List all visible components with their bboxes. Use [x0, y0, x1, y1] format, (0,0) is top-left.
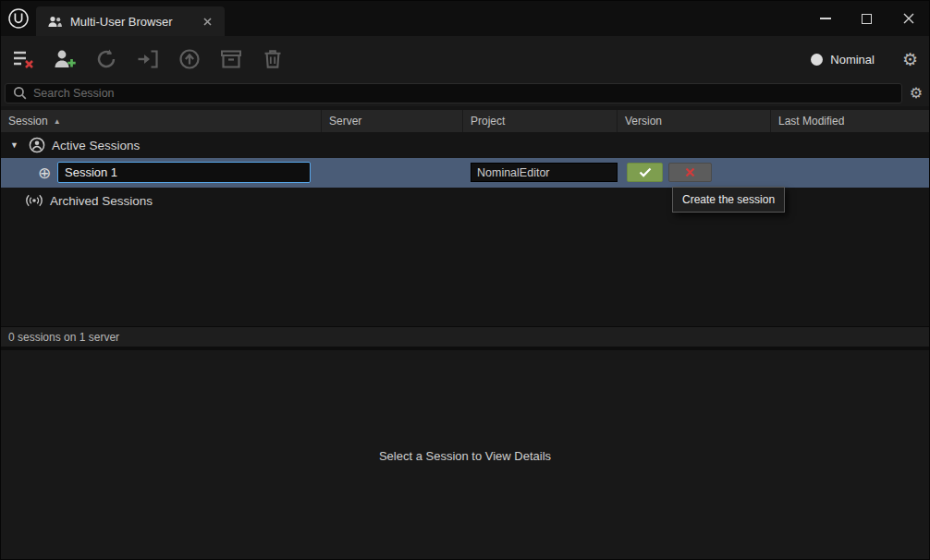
new-session-row[interactable]: ⊕ — [1, 158, 929, 188]
column-label: Project — [471, 115, 505, 128]
column-label: Session — [8, 115, 48, 128]
status-label: Nominal — [830, 53, 875, 67]
archived-sessions-icon — [26, 192, 43, 209]
cancel-create-session-button[interactable] — [668, 163, 712, 182]
column-header-version[interactable]: Version — [618, 110, 771, 132]
search-row: ⚙ — [1, 82, 929, 106]
confirm-create-session-button[interactable] — [627, 163, 663, 182]
title-bar: Multi-User Browser — [1, 1, 929, 36]
session-table-header: Session ▲ Server Project Version Last Mo… — [1, 110, 929, 132]
settings-gear-icon[interactable]: ⚙ — [902, 51, 918, 68]
add-user-button[interactable] — [52, 46, 78, 72]
archive-session-icon — [219, 47, 243, 71]
column-label: Last Modified — [778, 115, 844, 128]
sort-ascending-icon: ▲ — [54, 117, 61, 126]
upload-session-icon — [177, 47, 202, 71]
status-bar: 0 sessions on 1 server — [1, 326, 929, 347]
add-user-icon — [53, 47, 77, 71]
x-icon — [685, 167, 695, 177]
toolbar: Nominal ⚙ — [1, 36, 929, 82]
check-icon — [639, 167, 652, 177]
archive-session-button[interactable] — [218, 46, 244, 72]
tab-title: Multi-User Browser — [70, 15, 173, 29]
details-panel: Select a Session to View Details — [1, 350, 929, 560]
status-dot-icon — [811, 54, 823, 66]
active-sessions-label: Active Sessions — [52, 139, 140, 152]
unreal-logo-icon — [1, 1, 36, 36]
connection-status: Nominal — [811, 53, 875, 67]
session-project-input[interactable] — [471, 163, 618, 182]
tooltip: Create the session — [672, 187, 785, 213]
remove-session-icon — [11, 47, 35, 71]
session-list: ▼ Active Sessions ⊕ — [1, 132, 929, 326]
remove-session-button[interactable] — [10, 46, 36, 72]
tab-close-icon[interactable] — [200, 14, 215, 30]
search-box[interactable] — [5, 83, 902, 103]
active-sessions-group-row[interactable]: ▼ Active Sessions — [1, 132, 929, 158]
column-header-last-modified[interactable]: Last Modified — [771, 110, 929, 132]
search-icon — [13, 86, 27, 100]
column-header-server[interactable]: Server — [322, 110, 463, 132]
restore-session-icon — [94, 47, 118, 71]
column-header-project[interactable]: Project — [463, 110, 618, 132]
active-sessions-icon — [29, 137, 45, 153]
window-controls — [804, 1, 929, 36]
join-session-button[interactable] — [135, 46, 161, 72]
session-count-text: 0 sessions on 1 server — [8, 331, 119, 344]
archived-sessions-group-row[interactable]: Archived Sessions — [1, 188, 929, 213]
session-name-input[interactable] — [57, 162, 311, 183]
maximize-button[interactable] — [846, 1, 887, 36]
column-label: Server — [329, 115, 361, 128]
archived-sessions-label: Archived Sessions — [50, 194, 153, 208]
trash-icon — [261, 47, 285, 71]
column-header-session[interactable]: Session ▲ — [1, 110, 322, 132]
minimize-button[interactable] — [804, 1, 846, 36]
details-placeholder-text: Select a Session to View Details — [379, 449, 551, 463]
expander-icon[interactable]: ▼ — [10, 140, 22, 150]
plus-circle-icon: ⊕ — [38, 165, 51, 181]
restore-session-button[interactable] — [93, 46, 119, 72]
search-settings-gear-icon[interactable]: ⚙ — [910, 86, 923, 101]
column-label: Version — [625, 115, 662, 128]
close-button[interactable] — [887, 1, 929, 36]
search-input[interactable] — [33, 87, 894, 100]
upload-session-button[interactable] — [177, 46, 202, 72]
join-session-icon — [136, 47, 160, 71]
tab-multi-user-browser[interactable]: Multi-User Browser — [36, 6, 225, 36]
users-icon — [47, 15, 62, 29]
delete-session-button[interactable] — [260, 46, 286, 72]
